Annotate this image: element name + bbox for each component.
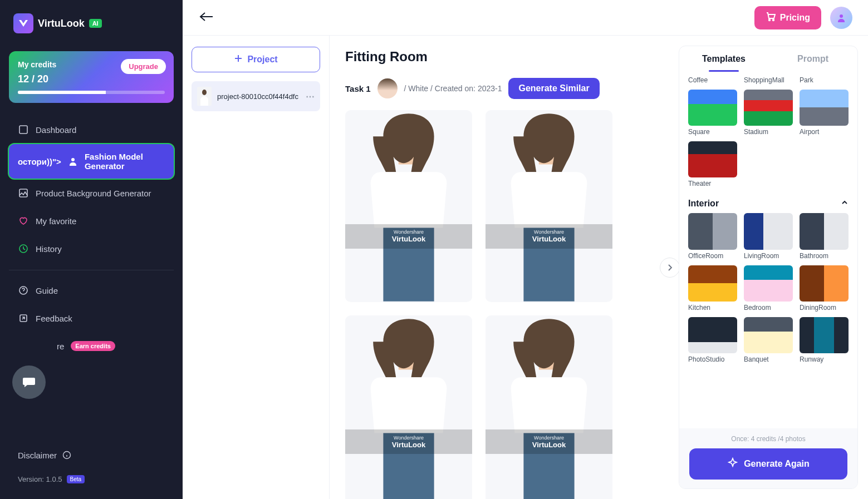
- user-avatar[interactable]: [830, 7, 852, 29]
- task-avatar: [377, 78, 398, 98]
- templates-scroll[interactable]: Coffee ShoppingMall Park Square Stadium …: [679, 72, 857, 428]
- tpl-thumb: [744, 265, 793, 302]
- template-diningroom[interactable]: DiningRoom: [800, 265, 849, 312]
- task-label: Task 1: [345, 84, 371, 93]
- version-text: Version: 1.0.5: [18, 475, 62, 483]
- tab-prompt[interactable]: Prompt: [768, 46, 857, 72]
- template-bedroom[interactable]: Bedroom: [744, 265, 793, 312]
- credits-bar: [18, 91, 165, 94]
- tpl-label: Airport: [800, 128, 849, 136]
- watermark-line2: VirtuLook: [532, 441, 566, 449]
- watermark: WondershareVirtuLook: [345, 429, 472, 454]
- nav-dashboard-label: Dashboard: [36, 125, 76, 135]
- svg-point-9: [840, 14, 843, 18]
- template-runway[interactable]: Runway: [800, 317, 849, 363]
- template-photostudio[interactable]: PhotoStudio: [688, 317, 737, 363]
- category-interior[interactable]: Interior: [688, 193, 849, 213]
- tpl-label: PhotoStudio: [688, 355, 737, 363]
- tpl-thumb: [688, 141, 737, 177]
- svg-point-8: [773, 19, 774, 20]
- generate-similar-button[interactable]: Generate Similar: [508, 78, 599, 99]
- project-thumbnail: [197, 87, 212, 106]
- logo[interactable]: VirtuLook AI: [9, 9, 174, 38]
- watermark-line2: VirtuLook: [392, 441, 425, 449]
- template-park[interactable]: Park: [800, 76, 849, 84]
- earn-credits-badge: Earn credits: [71, 341, 115, 351]
- svg-rect-0: [19, 126, 27, 134]
- disclaimer-label: Disclaimer: [18, 451, 57, 460]
- project-item[interactable]: project-80010cc0f44f4dfc ⋯: [192, 81, 320, 111]
- nav-fashion-model[interactable]: остори))"> Fashion Model Generator: [9, 144, 174, 179]
- template-kitchen[interactable]: Kitchen: [688, 265, 737, 312]
- tpl-label: ShoppingMall: [744, 76, 793, 84]
- tpl-label: Runway: [800, 355, 849, 363]
- credits-values: 12 / 20: [18, 73, 165, 85]
- tpl-thumb: [688, 317, 737, 353]
- nav-history[interactable]: History: [9, 235, 174, 262]
- template-bathroom[interactable]: Bathroom: [800, 213, 849, 259]
- result-image-3[interactable]: WondershareVirtuLook: [345, 315, 472, 499]
- generate-again-button[interactable]: Generate Again: [689, 448, 847, 480]
- template-theater[interactable]: Theater: [688, 141, 737, 187]
- sparkle-icon: [727, 457, 738, 471]
- template-stadium[interactable]: Stadium: [744, 90, 793, 136]
- ai-badge: AI: [89, 19, 102, 28]
- watermark: WondershareVirtuLook: [345, 224, 472, 249]
- nav-guide[interactable]: Guide: [9, 277, 174, 304]
- watermark: WondershareVirtuLook: [486, 224, 612, 249]
- fitting-room: Fitting Room Task 1 / White / Created on…: [330, 36, 679, 499]
- tpl-label: Coffee: [688, 76, 737, 84]
- tpl-thumb: [688, 90, 737, 126]
- projects-column: Project project-80010cc0f44f4dfc ⋯: [183, 36, 330, 499]
- template-officeroom[interactable]: OfficeRoom: [688, 213, 737, 259]
- template-shoppingmall[interactable]: ShoppingMall: [744, 76, 793, 84]
- main: Pricing Project project-80010cc0f44f4dfc…: [183, 0, 868, 499]
- chat-button[interactable]: [12, 365, 46, 399]
- nav-favorite[interactable]: My favorite: [9, 207, 174, 234]
- external-icon: [18, 313, 29, 324]
- template-banquet[interactable]: Banquet: [744, 317, 793, 363]
- templates-panel: Templates Prompt Coffee ShoppingMall Par…: [679, 46, 858, 489]
- next-button[interactable]: [660, 258, 679, 278]
- template-coffee[interactable]: Coffee: [688, 76, 737, 84]
- back-button[interactable]: [198, 10, 214, 26]
- nav-feedback[interactable]: Feedback: [9, 305, 174, 332]
- credits-current: 12: [18, 73, 29, 85]
- help-icon: [18, 285, 29, 296]
- pricing-button[interactable]: Pricing: [754, 6, 821, 29]
- new-project-button[interactable]: Project: [192, 47, 320, 72]
- heart-icon: [18, 215, 29, 226]
- category-label: Interior: [688, 199, 719, 209]
- template-livingroom[interactable]: LivingRoom: [744, 213, 793, 259]
- result-image-2[interactable]: WondershareVirtuLook: [486, 110, 612, 302]
- generate-again-label: Generate Again: [744, 459, 810, 469]
- new-project-label: Project: [247, 55, 277, 65]
- result-image-4[interactable]: WondershareVirtuLook: [486, 315, 612, 499]
- nav-product-bg[interactable]: Product Background Generator: [9, 180, 174, 206]
- project-name: project-80010cc0f44f4dfc: [217, 92, 300, 101]
- watermark-line1: Wondershare: [394, 229, 424, 235]
- cart-icon: [766, 12, 776, 24]
- svg-point-1: [71, 158, 75, 161]
- pricing-label: Pricing: [780, 13, 810, 23]
- nav-share[interactable]: re Earn credits: [9, 333, 174, 359]
- template-square[interactable]: Square: [688, 90, 737, 136]
- dashboard-icon: [18, 124, 29, 135]
- version-row: Version: 1.0.5 Beta: [9, 468, 174, 490]
- watermark-line1: Wondershare: [534, 229, 564, 235]
- svg-point-11: [202, 90, 207, 95]
- nav-disclaimer[interactable]: Disclaimer: [9, 442, 174, 468]
- topbar: Pricing: [183, 0, 868, 36]
- upgrade-button[interactable]: Upgrade: [121, 59, 166, 74]
- project-more-button[interactable]: ⋯: [306, 91, 315, 102]
- tpl-label: LivingRoom: [744, 252, 793, 260]
- tab-templates[interactable]: Templates: [679, 46, 768, 72]
- template-airport[interactable]: Airport: [800, 90, 849, 136]
- nav-dashboard[interactable]: Dashboard: [9, 116, 174, 143]
- brand-name: VirtuLook: [38, 18, 85, 29]
- result-image-1[interactable]: WondershareVirtuLook: [345, 110, 472, 302]
- nav-history-label: History: [36, 244, 62, 254]
- nav-favorite-label: My favorite: [36, 216, 76, 226]
- credits-fill: [18, 91, 106, 94]
- tpl-thumb: [744, 213, 793, 249]
